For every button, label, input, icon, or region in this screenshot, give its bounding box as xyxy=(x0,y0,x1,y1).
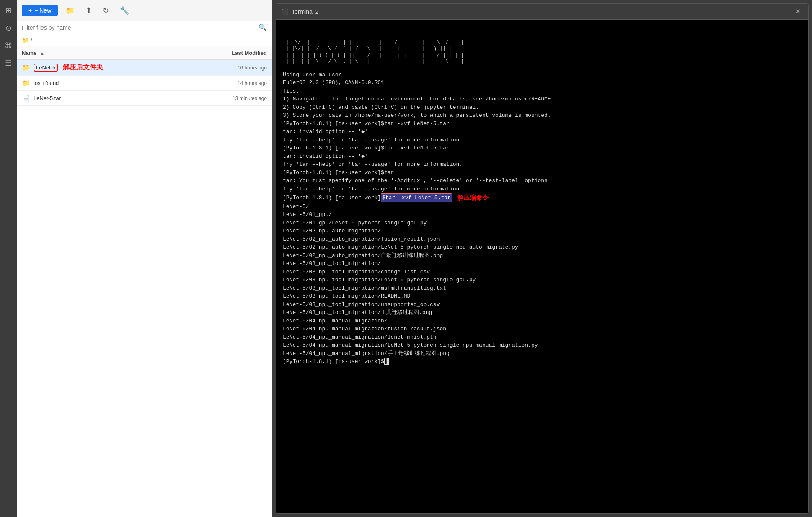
refresh-button[interactable]: ↻ xyxy=(99,4,112,17)
file-icon: 📄 xyxy=(22,94,30,102)
terminal-titlebar: ⬛ Terminal 2 ✕ xyxy=(276,4,808,20)
terminal-line: tar: invalid option -- '◆' xyxy=(283,152,802,161)
search-input[interactable] xyxy=(22,24,256,31)
search-icon: 🔍 xyxy=(259,23,267,31)
table-row[interactable]: 📄 LeNet-5.tar 13 minutes ago xyxy=(17,91,272,106)
terminal-line: LeNet-5/02_npu_auto_migration/ xyxy=(283,227,802,235)
terminal-line: LeNet-5/02_npu_auto_migration/fusion_res… xyxy=(283,235,802,244)
terminal-line: (PyTorch-1.8.1) [ma-user work]$tar -xvf … xyxy=(283,120,802,128)
table-row[interactable]: 📁 LeNet-5 解压后文件夹 16 hours ago xyxy=(17,60,272,76)
terminal-line: Try 'tar --help' or 'tar --usage' for mo… xyxy=(283,136,802,144)
plus-icon: + xyxy=(28,7,32,14)
terminal-line: LeNet-5/03_npu_tool_migration/msFmkTrans… xyxy=(283,284,802,293)
terminal-line: LeNet-5/03_npu_tool_migration/change_lis… xyxy=(283,268,802,276)
terminal-line: LeNet-5/02_npu_auto_migration/自动迁移训练过程图.… xyxy=(283,252,802,260)
new-button[interactable]: + + New xyxy=(22,5,58,16)
terminal-line: Tips: xyxy=(283,87,802,95)
terminal-line: (PyTorch-1.8.1) [ma-user work]$tar xyxy=(283,169,802,177)
terminal-title: Terminal 2 xyxy=(292,8,793,15)
cmd-prompt: (PyTorch-1.8.1) [ma-user work] xyxy=(283,194,381,202)
terminal-line: 1) Navigate to the target conda environm… xyxy=(283,95,802,103)
row-modified-cell: 16 hours ago xyxy=(200,65,267,71)
new-label: + New xyxy=(34,7,51,14)
header-name: Name ▲ xyxy=(22,50,200,56)
terminal-line: 3) Store your data in /home/ma-user/work… xyxy=(283,111,802,120)
terminal-line: LeNet-5/04_npu_manual_migration/lenet-mn… xyxy=(283,333,802,342)
terminal-line: LeNet-5/04_npu_manual_migration/ xyxy=(283,317,802,325)
row-name-cell: lost+found xyxy=(34,80,200,86)
folder-icon: 📁 xyxy=(22,79,30,87)
sidebar-icon-circle[interactable]: ⊙ xyxy=(3,21,14,35)
terminal-line: 2) Copy (Ctrl+C) and paste (Ctrl+V) on t… xyxy=(283,103,802,112)
terminal-prompt-final: (PyTorch-1.8.1) [ma-user work]$▌ xyxy=(283,358,802,366)
breadcrumb-path: / xyxy=(31,37,32,44)
file-manager-panel: + + New 📁 ⬆ ↻ 🔧 🔍 📁 / Name ▲ Last Modifi… xyxy=(17,0,272,517)
settings-button[interactable]: 🔧 xyxy=(116,4,132,17)
row-modified-cell: 13 minutes ago xyxy=(200,95,267,101)
terminal-ascii-art: __ __ _ _ ____ ____ ____ | \/ | ___ __| … xyxy=(283,26,802,66)
terminal-line: EulerOS 2.0 (SP8), CANN-6.0.RC1 xyxy=(283,79,802,87)
terminal-line: Using user ma-user xyxy=(283,71,802,79)
terminal-line: LeNet-5/03_npu_tool_migration/LeNet_5_py… xyxy=(283,276,802,284)
sidebar: ⊞ ⊙ ⌘ ☰ xyxy=(0,0,17,517)
sidebar-icon-branch[interactable]: ⌘ xyxy=(2,39,15,53)
terminal-line: LeNet-5/04_npu_manual_migration/LeNet_5_… xyxy=(283,341,802,350)
breadcrumb: 📁 / xyxy=(17,34,272,46)
terminal-line: LeNet-5/03_npu_tool_migration/README.MD xyxy=(283,292,802,301)
terminal-line: LeNet-5/01_gpu/ xyxy=(283,211,802,219)
sort-icon: ▲ xyxy=(40,51,44,56)
fm-toolbar: + + New 📁 ⬆ ↻ 🔧 xyxy=(17,0,272,21)
table-row[interactable]: 📁 lost+found 14 hours ago xyxy=(17,76,272,91)
row-name-cell: LeNet-5 解压后文件夹 xyxy=(34,63,200,72)
sidebar-icon-menu[interactable]: ☰ xyxy=(3,56,14,70)
upload-button[interactable]: ⬆ xyxy=(82,4,95,17)
terminal-line: LeNet-5/02_npu_auto_migration/LeNet_5_py… xyxy=(283,243,802,252)
table-header: Name ▲ Last Modified xyxy=(17,46,272,60)
terminal-line: LeNet-5/04_npu_manual_migration/手工迁移训练过程… xyxy=(283,350,802,358)
lenet5-folder-name: LeNet-5 xyxy=(34,64,58,72)
terminal-line: Try 'tar --help' or 'tar --usage' for mo… xyxy=(283,185,802,193)
terminal-line: LeNet-5/03_npu_tool_migration/工具迁移过程图.pn… xyxy=(283,309,802,317)
terminal-window: ⬛ Terminal 2 ✕ __ __ _ _ ____ ____ ____ … xyxy=(276,3,809,514)
folder-icon: 📁 xyxy=(22,37,29,44)
cmd-annotation-label: 解压缩命令 xyxy=(457,193,489,203)
terminal-line: LeNet-5/ xyxy=(283,203,802,211)
terminal-line: LeNet-5/03_npu_tool_migration/unsupporte… xyxy=(283,301,802,309)
annotated-command-line: (PyTorch-1.8.1) [ma-user work] $tar -xvf… xyxy=(283,193,802,203)
terminal-line: Try 'tar --help' or 'tar --usage' for mo… xyxy=(283,160,802,169)
folder-icon: 📁 xyxy=(22,64,30,72)
terminal-line: LeNet-5/03_npu_tool_migration/ xyxy=(283,260,802,268)
header-modified: Last Modified xyxy=(200,50,267,56)
sidebar-icon-grid[interactable]: ⊞ xyxy=(3,3,14,18)
terminal-line: tar: You must specify one of the '-Acdtr… xyxy=(283,177,802,185)
lenet5-annotation: 解压后文件夹 xyxy=(63,64,103,71)
fm-search-bar: 🔍 xyxy=(17,21,272,34)
terminal-line: LeNet-5/04_npu_manual_migration/fusion_r… xyxy=(283,325,802,333)
upload-folder-button[interactable]: 📁 xyxy=(62,4,78,17)
terminal-line: (PyTorch-1.8.1) [ma-user work]$tar -xvf … xyxy=(283,144,802,152)
terminal-body[interactable]: __ __ _ _ ____ ____ ____ | \/ | ___ __| … xyxy=(276,20,808,513)
row-name-cell: LeNet-5.tar xyxy=(34,95,200,101)
terminal-close-button[interactable]: ✕ xyxy=(793,7,803,16)
row-modified-cell: 14 hours ago xyxy=(200,80,267,86)
cmd-highlighted: $tar -xvf LeNet-5.tar xyxy=(381,193,452,203)
terminal-icon: ⬛ xyxy=(281,8,288,15)
terminal-line: tar: invalid option -- '◆' xyxy=(283,128,802,136)
file-table: Name ▲ Last Modified 📁 LeNet-5 解压后文件夹 16… xyxy=(17,46,272,517)
terminal-line: LeNet-5/01_gpu/LeNet_5_pytorch_single_gp… xyxy=(283,219,802,227)
